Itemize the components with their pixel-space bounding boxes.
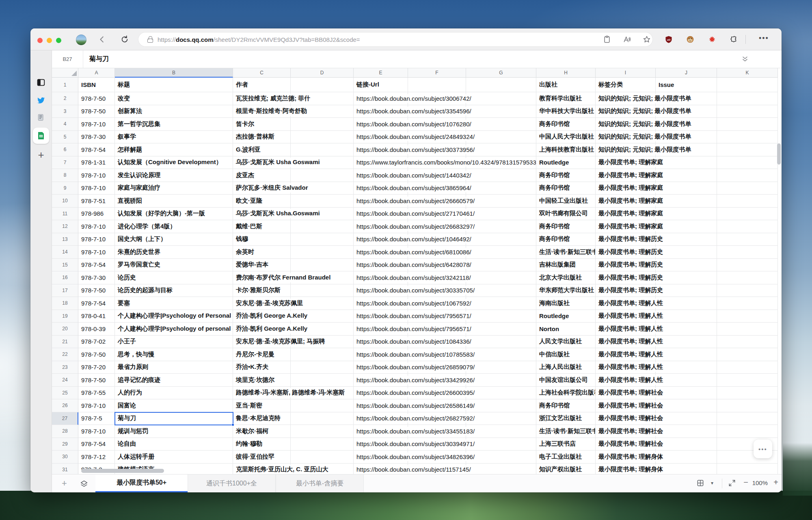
sheet-grid[interactable]: ABCDEFGHIJK1ISBN标题作者链接-Url出版社标签分类Issue29… — [52, 68, 782, 474]
vertical-scrollbar[interactable] — [777, 143, 781, 165]
cell-empty-k[interactable] — [717, 246, 778, 259]
row-header-10[interactable]: 10 — [52, 195, 78, 208]
cell-isbn[interactable]: 978-7-10 — [78, 118, 115, 131]
cell-author[interactable]: 杰拉德·普林斯 — [233, 131, 354, 144]
window-zoom-button[interactable] — [56, 38, 61, 43]
cell-publisher[interactable]: 上海社会科学院出版社 — [536, 387, 596, 400]
cell-url[interactable]: https://book.douban.com/subject/27170461… — [354, 208, 536, 221]
cell-publisher[interactable]: 电子工业出版社 — [536, 451, 596, 464]
cell-title[interactable]: 第一哲学沉思集 — [115, 118, 233, 131]
cell-tags[interactable]: 最小限度书单; 理解社会 — [596, 425, 717, 438]
cell-publisher[interactable]: 双叶书廊有限公司 — [536, 208, 596, 221]
reload-button[interactable] — [120, 35, 129, 44]
cell-title[interactable]: 发生认识论原理 — [115, 169, 233, 182]
cell-empty-k[interactable] — [717, 323, 778, 336]
cell-title[interactable]: 叙事学 — [115, 131, 233, 144]
cell-tags[interactable]: 最小限度书单; 理解人性 — [596, 374, 717, 387]
row-header-21[interactable]: 21 — [52, 336, 78, 349]
row-header-4[interactable]: 4 — [52, 118, 78, 131]
tampermonkey-extension-icon[interactable] — [686, 35, 694, 43]
row-header-20[interactable]: 20 — [52, 323, 78, 336]
cell-publisher[interactable]: 华中科技大学出版社 — [536, 105, 596, 118]
grid-view-icon[interactable] — [696, 479, 704, 487]
cell-isbn[interactable]: 978-7-55 — [78, 387, 115, 400]
cell-empty-k[interactable] — [717, 387, 778, 400]
sidebar-toggle-icon[interactable] — [37, 78, 45, 89]
cell-tags[interactable]: 最小限度书单; 理解社会 — [596, 399, 717, 412]
field-header-J[interactable]: Issue — [656, 78, 717, 92]
cell-isbn[interactable]: 978-7-10 — [78, 246, 115, 259]
read-aloud-icon[interactable] — [623, 35, 631, 43]
cell-isbn[interactable]: 978-7-50 — [78, 92, 115, 105]
cell-empty-k[interactable] — [717, 156, 778, 169]
cell-publisher[interactable]: 吉林出版集团 — [536, 259, 596, 272]
column-header-I[interactable]: I — [596, 68, 656, 78]
cell-url[interactable]: https://www.taylorfrancis.com/books/mono… — [354, 156, 536, 169]
cell-publisher[interactable]: 商务印书馆 — [536, 182, 596, 195]
cell-url[interactable]: https://book.douban.com/subject/26660579… — [354, 195, 536, 208]
cell-tags[interactable]: 最小限度书单; 理解家庭 — [596, 220, 717, 233]
cell-url[interactable]: https://book.douban.com/subject/3006742/ — [354, 92, 536, 105]
cell-title[interactable]: 朱熹的历史世界 — [115, 246, 233, 259]
cell-title[interactable]: 改变 — [115, 92, 233, 105]
field-header-H[interactable]: 出版社 — [536, 78, 596, 92]
row-header-16[interactable]: 16 — [52, 271, 78, 284]
cell-empty-k[interactable] — [717, 143, 778, 156]
cell-empty-k[interactable] — [717, 310, 778, 323]
profile-avatar[interactable] — [76, 35, 86, 45]
column-header-E[interactable]: E — [354, 68, 408, 78]
add-sheet-button[interactable]: + — [62, 478, 67, 489]
cell-isbn[interactable]: 978-7-54 — [78, 297, 115, 310]
cell-url[interactable]: https://book.douban.com/subject/30394971… — [354, 438, 536, 451]
ublock-extension-icon[interactable]: uO — [665, 35, 673, 43]
cell-isbn[interactable]: 978-7-30 — [78, 131, 115, 144]
cell-title[interactable]: 小王子 — [115, 336, 233, 349]
field-header-D[interactable] — [291, 78, 354, 92]
cell-title[interactable]: 人体运转手册 — [115, 451, 233, 464]
row-header-28[interactable]: 28 — [52, 425, 78, 438]
row-header-18[interactable]: 18 — [52, 297, 78, 310]
field-header-E[interactable]: 链接-Url — [354, 78, 408, 92]
cell-empty-k[interactable] — [717, 464, 778, 474]
cell-tags[interactable]: 最小限度书单; 理解人性 — [596, 297, 717, 310]
cell-isbn[interactable]: 978-7-50 — [78, 348, 115, 361]
cell-tags[interactable]: 最小限度书单; 理解身体 — [596, 464, 717, 474]
cell-author[interactable]: 克里斯托弗·亚历山大, C. 亚历山大 — [233, 464, 354, 474]
new-tab-button[interactable]: + — [38, 149, 44, 161]
twitter-tab-icon[interactable] — [37, 96, 45, 106]
cell-author[interactable]: 钱穆 — [233, 233, 354, 246]
cell-empty-k[interactable] — [717, 118, 778, 131]
cell-title[interactable]: 罗马帝国衰亡史 — [115, 259, 233, 272]
cell-publisher[interactable]: 商务印书馆 — [536, 118, 596, 131]
cell-title[interactable]: 论历史的起源与目标 — [115, 284, 233, 297]
window-close-button[interactable] — [37, 38, 43, 43]
row-header-2[interactable]: 2 — [52, 92, 78, 105]
cell-isbn[interactable]: 978-7-50 — [78, 105, 115, 118]
cell-url[interactable]: https://book.douban.com/subject/33455183… — [354, 425, 536, 438]
cell-author[interactable]: 彼得·亚伯拉罕 — [233, 451, 354, 464]
row-header-5[interactable]: 5 — [52, 131, 78, 144]
cell-empty-k[interactable] — [717, 284, 778, 297]
cell-isbn[interactable]: 978-7-54 — [78, 259, 115, 272]
row-header-17[interactable]: 17 — [52, 284, 78, 297]
row-header-3[interactable]: 3 — [52, 105, 78, 118]
cell-url[interactable]: https://book.douban.com/subject/26683297… — [354, 220, 536, 233]
row-header-9[interactable]: 9 — [52, 182, 78, 195]
row-header-23[interactable]: 23 — [52, 361, 78, 374]
cell-publisher[interactable]: 人民文学出版社 — [536, 336, 596, 349]
cell-publisher[interactable]: 上海人民出版社 — [536, 361, 596, 374]
cell-publisher[interactable]: 商务印书馆 — [536, 169, 596, 182]
cell-isbn[interactable]: 978-0-39 — [78, 323, 115, 336]
cell-author[interactable]: G.波利亚 — [233, 143, 354, 156]
row-header-8[interactable]: 8 — [52, 169, 78, 182]
cell-empty-k[interactable] — [717, 425, 778, 438]
cell-tags[interactable]: 最小限度书单; 理解家庭 — [596, 208, 717, 221]
cell-author[interactable]: 乔治-凯利 George A.Kelly — [233, 310, 354, 323]
cell-empty-k[interactable] — [717, 92, 778, 105]
field-header-K[interactable] — [717, 78, 778, 92]
cell-title[interactable]: 国史大纲（上下） — [115, 233, 233, 246]
sheet-tab-1[interactable]: 最小限度书单50+ — [95, 474, 188, 492]
floating-more-button[interactable]: ••• — [754, 440, 772, 458]
cell-title[interactable]: 直视骄阳 — [115, 195, 233, 208]
cell-title[interactable]: 认知发展（Cognitive Development） — [115, 156, 233, 169]
